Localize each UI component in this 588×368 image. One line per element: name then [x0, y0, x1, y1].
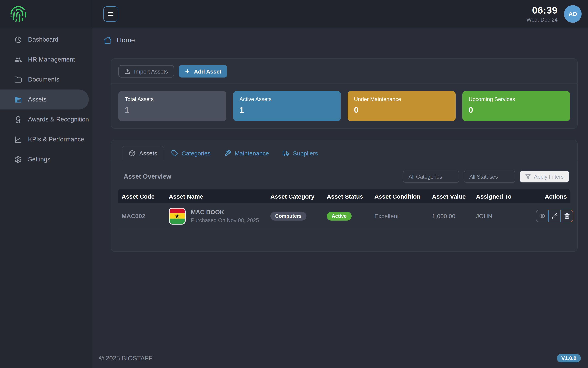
stat-value: 1	[125, 105, 220, 115]
table-header-row: Asset Code Asset Name Asset Category Ass…	[118, 189, 570, 203]
status-badge: Active	[327, 212, 351, 220]
asset-thumbnail-ghana-flag: ★	[169, 208, 186, 224]
tab-label: Maintenance	[235, 150, 269, 157]
sidebar-item-label: Awards & Recognition	[28, 116, 89, 123]
stat-card-active-assets: Active Assets 1	[233, 91, 341, 121]
pie-chart-icon	[14, 36, 22, 43]
actions-cell	[533, 210, 576, 222]
funnel-icon	[525, 174, 531, 179]
wrench-icon	[224, 150, 231, 157]
stat-value: 1	[239, 105, 334, 115]
import-assets-label: Import Assets	[134, 68, 168, 74]
stat-label: Active Assets	[239, 96, 334, 102]
award-icon	[14, 116, 22, 123]
tab-categories[interactable]: Categories	[164, 146, 218, 161]
breadcrumb-label: Home	[117, 36, 135, 44]
tab-assets[interactable]: Assets	[122, 146, 164, 161]
stat-card-under-maintenance: Under Maintenance 0	[348, 91, 455, 121]
tag-icon	[171, 150, 178, 157]
sidebar-item-dashboard[interactable]: Dashboard	[0, 29, 92, 50]
tab-suppliers[interactable]: Suppliers	[276, 146, 325, 161]
stat-value: 0	[469, 105, 564, 115]
column-header-asset-status: Asset Status	[324, 193, 371, 200]
truck-icon	[283, 150, 289, 157]
tab-label: Categories	[182, 150, 211, 157]
tab-bar: Assets Categories Maintenance Suppliers	[111, 140, 577, 161]
content: Home Import Assets Add Asset	[92, 28, 588, 368]
column-header-actions: Actions	[533, 193, 570, 200]
asset-value-cell: 1,000.00	[429, 212, 473, 219]
add-asset-button[interactable]: Add Asset	[179, 65, 227, 77]
people-icon	[14, 56, 22, 63]
assigned-to-cell: JOHN	[473, 212, 533, 219]
column-header-asset-name: Asset Name	[166, 193, 267, 200]
panel-divider	[111, 83, 577, 84]
upload-icon	[124, 68, 130, 74]
asset-status-cell: Active	[324, 212, 371, 220]
main-area: 06:39 Wed, Dec 24 AD Home Import Assets	[92, 0, 588, 368]
sidebar-item-label: Settings	[28, 156, 50, 163]
assets-table: Asset Code Asset Name Asset Category Ass…	[118, 189, 570, 229]
sidebar-nav: Dashboard HR Management Documents Assets…	[0, 28, 92, 169]
building-icon	[14, 96, 22, 103]
menu-toggle-button[interactable]	[103, 6, 118, 21]
stat-label: Under Maintenance	[354, 96, 449, 102]
import-assets-button[interactable]: Import Assets	[118, 65, 174, 77]
plus-icon	[184, 68, 190, 74]
sidebar-item-assets[interactable]: Assets	[0, 90, 89, 110]
hamburger-menu-icon	[107, 10, 114, 17]
column-header-asset-value: Asset Value	[429, 193, 473, 200]
stat-card-total-assets: Total Assets 1	[118, 91, 226, 121]
version-badge: V1.0.0	[557, 354, 581, 362]
sidebar-item-settings[interactable]: Settings	[0, 149, 92, 169]
gear-icon	[14, 156, 22, 163]
topbar: 06:39 Wed, Dec 24 AD	[92, 0, 588, 28]
column-header-asset-code: Asset Code	[118, 193, 166, 200]
tab-maintenance[interactable]: Maintenance	[218, 146, 276, 161]
sidebar-item-documents[interactable]: Documents	[0, 70, 92, 90]
status-filter-value: All Statuses	[469, 174, 498, 180]
fingerprint-logo-icon	[9, 4, 27, 24]
trash-icon	[564, 213, 570, 219]
sidebar-item-label: HR Management	[28, 56, 75, 63]
sidebar-item-hr-management[interactable]: HR Management	[0, 50, 92, 70]
copyright-text: © 2025 BIOSTAFF	[99, 355, 152, 362]
delete-asset-button[interactable]	[561, 210, 573, 222]
home-icon	[103, 36, 112, 45]
avatar[interactable]: AD	[564, 5, 582, 23]
row-action-group	[536, 210, 573, 222]
flag-star-icon: ★	[170, 213, 185, 219]
package-icon	[129, 150, 136, 157]
clock-date: Wed, Dec 24	[526, 17, 558, 23]
column-header-asset-category: Asset Category	[267, 193, 324, 200]
sidebar: Dashboard HR Management Documents Assets…	[0, 0, 92, 368]
stat-cards: Total Assets 1 Active Assets 1 Under Mai…	[118, 91, 570, 121]
asset-name-cell: ★ MAC BOOK Purchased On Nov 08, 2025	[166, 208, 267, 224]
sidebar-item-label: Documents	[28, 76, 59, 83]
breadcrumb[interactable]: Home	[103, 36, 582, 45]
tab-label: Suppliers	[293, 150, 318, 157]
line-chart-icon	[14, 136, 22, 143]
apply-filters-button[interactable]: Apply Filters	[519, 171, 569, 183]
asset-code-cell: MAC002	[118, 212, 166, 219]
asset-name: MAC BOOK	[191, 209, 259, 215]
stat-label: Upcoming Services	[469, 96, 564, 102]
column-header-asset-condition: Asset Condition	[371, 193, 429, 200]
assets-summary-panel: Import Assets Add Asset Total Assets 1 A…	[111, 58, 578, 129]
sidebar-item-kpis-performance[interactable]: KPIs & Performance	[0, 129, 92, 149]
category-filter-select[interactable]: All Categories	[403, 171, 459, 183]
pencil-icon	[552, 213, 558, 219]
status-filter-select[interactable]: All Statuses	[464, 171, 515, 183]
sidebar-item-awards-recognition[interactable]: Awards & Recognition	[0, 110, 92, 129]
folder-icon	[14, 76, 22, 83]
edit-asset-button[interactable]	[548, 210, 561, 222]
view-asset-button[interactable]	[536, 210, 548, 222]
app-root: Dashboard HR Management Documents Assets…	[0, 0, 588, 368]
asset-category-cell: Computers	[267, 212, 324, 220]
stat-card-upcoming-services: Upcoming Services 0	[462, 91, 570, 121]
assets-tab-content: Asset Overview All Categories All Status…	[111, 161, 577, 251]
asset-name-block: MAC BOOK Purchased On Nov 08, 2025	[191, 209, 259, 223]
logo-area	[0, 0, 92, 28]
filters: All Categories All Statuses Apply Filter…	[403, 171, 569, 183]
overview-header: Asset Overview All Categories All Status…	[118, 171, 570, 183]
